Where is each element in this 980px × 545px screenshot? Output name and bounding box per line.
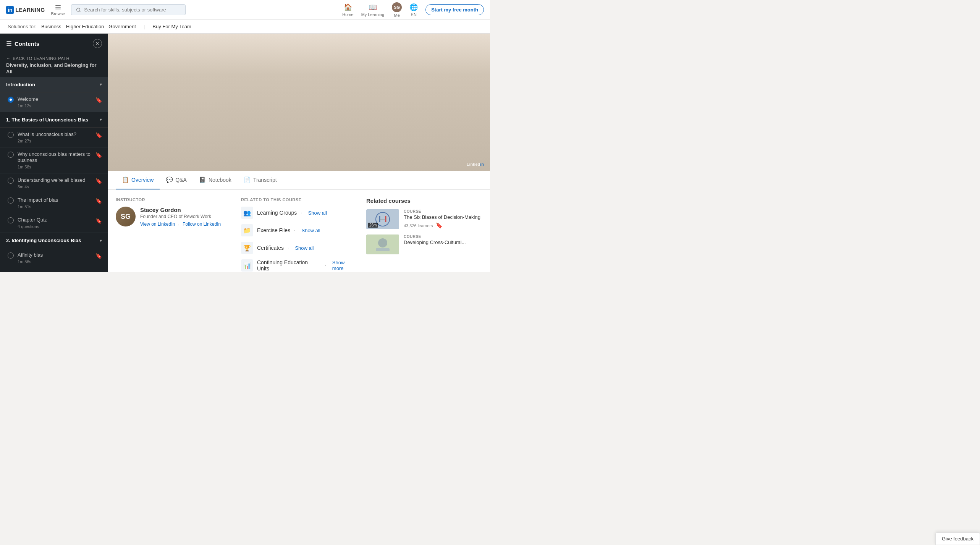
bookmark-icon[interactable]: 🔖: [95, 152, 102, 158]
in-logo: in: [6, 6, 14, 14]
business-link[interactable]: Business: [41, 24, 61, 29]
section-identifying-title: 2. Identifying Unconscious Bias: [6, 238, 81, 243]
course-bookmark-1[interactable]: 🔖: [436, 222, 442, 228]
lesson-title: Welcome: [18, 96, 38, 103]
follow-on-linkedin-link[interactable]: Follow on LinkedIn: [183, 222, 221, 228]
globe-icon: 🌐: [409, 3, 418, 11]
tab-notebook[interactable]: 📓 Notebook: [193, 171, 238, 189]
search-bar: [71, 4, 186, 15]
sidebar: ☰ Contents ✕ ← BACK TO LEARNING PATH Div…: [0, 34, 108, 272]
exercise-files-show-all[interactable]: Show all: [301, 228, 320, 233]
related-section: RELATED TO THIS COURSE 👥 Learning Groups…: [241, 197, 357, 272]
lesson-all-biased[interactable]: Understanding we're all biased 3m 4s 🔖: [0, 173, 108, 193]
learning-path-title: Diversity, Inclusion, and Belonging for …: [6, 62, 102, 75]
view-on-linkedin-link[interactable]: View on LinkedIn: [140, 222, 175, 228]
ceu-show-more[interactable]: Show more: [332, 260, 357, 271]
higher-ed-link[interactable]: Higher Education: [66, 24, 104, 29]
lesson-halo[interactable]: Halo bias 2m 6s 🔖: [0, 268, 108, 272]
course-card-1: 26m COURSE The Six Biases of Decision-Ma…: [366, 209, 482, 229]
lesson-what-is-bias[interactable]: What is unconscious bias? 2m 27s 🔖: [0, 128, 108, 147]
tab-qa-label: Q&A: [175, 177, 187, 183]
instructor-name: Stacey Gordon: [140, 207, 221, 213]
section-introduction-title: Introduction: [6, 82, 35, 87]
bookmark-icon[interactable]: 🔖: [95, 198, 102, 204]
lesson-title: Understanding we're all biased: [18, 177, 85, 184]
browse-button[interactable]: Browse: [51, 4, 65, 16]
tab-content-overview: INSTRUCTOR SG Stacey Gordon Founder and …: [108, 190, 490, 272]
me-nav-item[interactable]: SG Me: [392, 2, 402, 18]
lesson-circle: [8, 252, 14, 259]
lesson-quiz[interactable]: Chapter Quiz 4 questions 🔖: [0, 213, 108, 233]
tab-overview-label: Overview: [131, 177, 154, 183]
section-basics[interactable]: 1. The Basics of Unconscious Bias ▾: [0, 112, 108, 128]
section-identifying[interactable]: 2. Identifying Unconscious Bias ▾: [0, 233, 108, 248]
related-ceu: 📊 Continuing Education Units · Show more: [241, 259, 357, 272]
government-link[interactable]: Government: [108, 24, 136, 29]
linkedin-watermark: Linkedin: [467, 162, 484, 167]
menu-icon: ☰: [6, 40, 11, 47]
related-section-label: RELATED TO THIS COURSE: [241, 197, 357, 202]
lesson-title: The impact of bias: [18, 197, 58, 204]
certificates-show-all[interactable]: Show all: [295, 245, 314, 251]
exercise-files-label: Exercise Files: [257, 227, 290, 233]
certificates-label: Certificates: [257, 245, 284, 251]
content-area: Linkedin 📋 Overview 💬 Q&A 📓 Notebook 📄 T…: [108, 34, 490, 272]
course-info-2: COURSE Developing Cross-Cultural...: [404, 234, 466, 254]
lesson-affinity[interactable]: Affinity bias 1m 56s 🔖: [0, 248, 108, 268]
lesson-title: Affinity bias: [18, 252, 43, 259]
buy-for-team-link[interactable]: Buy For My Team: [152, 24, 191, 29]
search-input[interactable]: [84, 7, 181, 13]
video-container: Linkedin: [108, 34, 490, 171]
my-learning-nav-item[interactable]: 📖 My Learning: [361, 3, 385, 17]
qa-icon: 💬: [166, 176, 173, 183]
learners-count-1: 43,326 learners: [404, 223, 433, 228]
lesson-title: Chapter Quiz: [18, 217, 47, 223]
related-courses-title: Related courses: [366, 197, 482, 204]
related-exercise-files: 📁 Exercise Files · Show all: [241, 224, 357, 236]
bookmark-icon[interactable]: 🔖: [95, 132, 102, 138]
lesson-why-matters[interactable]: Why unconscious bias matters to business…: [0, 147, 108, 174]
avatar: SG: [392, 2, 402, 12]
instructor-links: View on LinkedIn · Follow on LinkedIn: [140, 222, 221, 228]
sidebar-header: ☰ Contents ✕: [0, 34, 108, 53]
bookmark-icon[interactable]: 🔖: [95, 97, 102, 103]
lesson-circle: [8, 197, 14, 204]
home-icon: 🏠: [344, 3, 352, 11]
browse-label: Browse: [51, 11, 65, 16]
tab-transcript[interactable]: 📄 Transcript: [238, 171, 283, 189]
close-sidebar-button[interactable]: ✕: [93, 39, 102, 48]
back-to-path-button[interactable]: ← BACK TO LEARNING PATH: [6, 56, 102, 61]
my-learning-icon: 📖: [369, 3, 377, 11]
sub-nav: Solutions for: Business Higher Education…: [0, 20, 490, 34]
course-label-1: COURSE: [404, 209, 480, 213]
contents-title: ☰ Contents: [6, 40, 39, 47]
start-free-button[interactable]: Start my free month: [425, 4, 484, 15]
home-label: Home: [342, 12, 353, 17]
lesson-impact[interactable]: The impact of bias 1m 51s 🔖: [0, 193, 108, 213]
tab-overview[interactable]: 📋 Overview: [116, 171, 160, 189]
course-card-2: COURSE Developing Cross-Cultural...: [366, 234, 482, 254]
course-thumbnail-image-2: [366, 234, 399, 254]
section-introduction[interactable]: Introduction ▾: [0, 77, 108, 92]
lang-nav-item[interactable]: 🌐 EN: [409, 3, 418, 17]
ceu-icon: 📊: [241, 259, 253, 272]
linkedin-logo: in LEARNING: [6, 6, 45, 14]
back-label: BACK TO LEARNING PATH: [13, 56, 70, 61]
lesson-welcome[interactable]: Welcome 1m 12s 🔖: [0, 92, 108, 112]
lesson-title: Why unconscious bias matters to business: [18, 151, 95, 164]
bookmark-icon[interactable]: 🔖: [95, 218, 102, 224]
svg-rect-26: [376, 248, 390, 251]
instructor-card: SG Stacey Gordon Founder and CEO of Rewo…: [116, 207, 232, 228]
home-nav-item[interactable]: 🏠 Home: [342, 3, 353, 17]
course-title-2: Developing Cross-Cultural...: [404, 239, 466, 246]
tab-qa[interactable]: 💬 Q&A: [160, 171, 193, 189]
instructor-avatar: SG: [116, 207, 136, 226]
learning-groups-icon: 👥: [241, 207, 253, 219]
bookmark-icon[interactable]: 🔖: [95, 178, 102, 184]
lesson-duration: 3m 4s: [18, 184, 85, 189]
bookmark-icon[interactable]: 🔖: [95, 253, 102, 259]
learning-groups-show-all[interactable]: Show all: [308, 210, 327, 216]
tab-notebook-label: Notebook: [209, 177, 231, 183]
instructor-section-label: INSTRUCTOR: [116, 197, 232, 202]
lesson-duration: 1m 51s: [18, 204, 58, 209]
